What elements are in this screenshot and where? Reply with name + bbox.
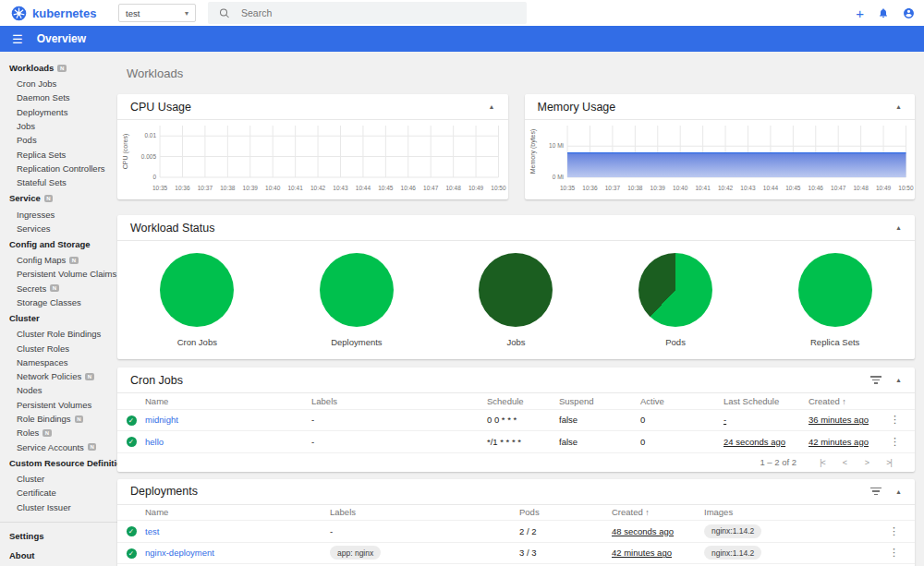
row-menu-button[interactable]: ⋮ [889,525,899,536]
column-header-last-schedule[interactable]: Last Schedule [723,393,808,409]
sidebar-item-nodes[interactable]: Nodes [0,383,117,397]
relative-time-link[interactable]: 42 minutes ago [808,437,869,447]
resource-link[interactable]: nginx-deployment [145,548,214,558]
column-header-created[interactable]: Created ↑ [612,505,704,521]
namespace-selector[interactable]: test ▾ [118,4,196,22]
sidebar-item-role-bindings[interactable]: Role BindingsN [0,412,117,426]
resource-link[interactable]: midnight [145,415,178,425]
table-row: ✓test-2 / 248 seconds agonginx:1.14.2⋮ [117,521,915,543]
sidebar-section-workloads[interactable]: WorkloadsN [0,59,117,77]
sidebar-item-cron-jobs[interactable]: Cron Jobs [0,77,117,90]
previous-page-button[interactable]: < [833,458,856,467]
next-page-button[interactable]: > [856,458,878,467]
sidebar-item-ingresses[interactable]: Ingresses [0,207,117,221]
deployments-title: Deployments [130,485,869,498]
collapse-card-icon[interactable]: ▲ [895,224,902,231]
column-header-name[interactable]: Name [145,393,311,409]
svg-text:10:44: 10:44 [356,185,371,191]
filter-icon[interactable] [869,374,882,386]
sidebar-item-service-accounts[interactable]: Service AccountsN [0,440,117,454]
sidebar-item-roles[interactable]: RolesN [0,426,117,440]
label-chip: app: nginx [330,546,381,560]
resource-link[interactable]: hello [145,437,164,447]
row-menu-button[interactable]: ⋮ [890,414,900,425]
sidebar-item-pods[interactable]: Pods [0,133,117,147]
column-header-suspend[interactable]: Suspend [559,393,640,409]
search-bar[interactable] [208,2,527,24]
sidebar-item-about[interactable]: About [0,546,117,565]
resource-link[interactable]: test [145,526,159,536]
sidebar-section-cluster[interactable]: Cluster [0,309,117,327]
sidebar-item-daemon-sets[interactable]: Daemon Sets [0,90,117,104]
notifications-bell-icon[interactable] [878,7,889,18]
sidebar-item-deployments[interactable]: Deployments [0,105,117,119]
relative-time-link[interactable]: - [723,415,726,425]
sidebar-section-config-and-storage[interactable]: Config and Storage [0,235,117,253]
sidebar-item-namespaces[interactable]: Namespaces [0,355,117,369]
menu-hamburger-icon[interactable]: ☰ [12,32,23,46]
sidebar-item-replica-sets[interactable]: Replica Sets [0,147,117,161]
column-header-pods[interactable]: Pods [519,505,612,521]
sidebar-item-stateful-sets[interactable]: Stateful Sets [0,175,117,189]
sidebar-section-custom-resource-definitions[interactable]: Custom Resource Definitions [0,454,117,472]
column-header-schedule[interactable]: Schedule [487,393,559,409]
sidebar-item-services[interactable]: Services [0,222,117,235]
collapse-card-icon[interactable]: ▲ [895,103,902,110]
sidebar-item-certificate[interactable]: Certificate [0,486,117,500]
filter-icon[interactable] [869,486,882,498]
sidebar-item-label: Nodes [17,385,42,395]
column-header-created[interactable]: Created ↑ [808,393,890,409]
sidebar-item-jobs[interactable]: Jobs [0,119,117,133]
sidebar-item-network-policies[interactable]: Network PoliciesN [0,369,117,383]
cpu-usage-card: CPU Usage ▲ 10:3510:3610:3710:3810:3910:… [117,94,508,199]
column-header-active[interactable]: Active [640,393,723,409]
relative-time-link[interactable]: 48 seconds ago [612,526,674,536]
sidebar-item-cluster-role-bindings[interactable]: Cluster Role Bindings [0,327,117,341]
svg-text:10:36: 10:36 [582,185,598,191]
account-icon[interactable] [903,7,915,19]
relative-time-link[interactable]: 36 minutes ago [808,415,869,425]
sidebar-item-replication-controllers[interactable]: Replication Controllers [0,162,117,175]
collapse-card-icon[interactable]: ▲ [489,103,495,110]
sidebar-item-cluster[interactable]: Cluster [0,472,117,486]
column-header-images[interactable]: Images [704,505,889,521]
sidebar-item-cluster-roles[interactable]: Cluster Roles [0,341,117,355]
sidebar-section-label: Config and Storage [9,239,91,249]
svg-text:10:46: 10:46 [401,185,417,191]
chevron-down-icon: ▾ [185,9,188,18]
sidebar-item-persistent-volume-claims[interactable]: Persistent Volume ClaimsN [0,267,117,281]
sidebar-item-settings[interactable]: Settings [0,526,117,546]
sidebar-section-label: Service [9,193,41,203]
kubernetes-logo[interactable]: kubernetes [11,0,96,26]
sidebar-item-persistent-volumes[interactable]: Persistent Volumes [0,398,117,412]
column-header-labels[interactable]: Labels [330,505,519,521]
workload-status-card-header: Workload Status ▲ [117,215,915,241]
svg-text:10:47: 10:47 [831,185,846,191]
svg-text:Memory (bytes): Memory (bytes) [529,129,537,175]
namespace-selected-value: test [126,8,140,18]
collapse-card-icon[interactable]: ▲ [895,488,902,495]
relative-time-link[interactable]: 24 seconds ago [723,437,785,447]
sidebar-item-label: Certificate [17,488,56,498]
status-ok-icon: ✓ [127,548,137,559]
relative-time-link[interactable]: 42 minutes ago [612,548,672,558]
svg-text:10:43: 10:43 [333,185,348,191]
sidebar-item-storage-classes[interactable]: Storage Classes [0,295,117,309]
last-page-button[interactable]: >| [878,458,900,467]
create-resource-plus-button[interactable]: + [856,6,864,20]
search-input[interactable] [241,7,516,18]
cell-value: 2 / 2 [519,526,537,536]
sidebar-item-config-maps[interactable]: Config MapsN [0,253,117,267]
column-label: Schedule [487,396,524,406]
sidebar-section-service[interactable]: ServiceN [0,189,117,207]
column-header-labels[interactable]: Labels [311,393,487,409]
memory-usage-title: Memory Usage [538,101,883,114]
column-header-name[interactable]: Name [145,505,330,521]
collapse-card-icon[interactable]: ▲ [895,377,902,383]
row-menu-button[interactable]: ⋮ [890,436,900,447]
first-page-button[interactable]: |< [811,458,833,467]
row-menu-button[interactable]: ⋮ [889,547,899,558]
sidebar-item-cluster-issuer[interactable]: Cluster Issuer [0,500,117,513]
sidebar-item-secrets[interactable]: SecretsN [0,282,117,295]
cron-jobs-card-header: Cron Jobs ▲ [117,367,915,393]
